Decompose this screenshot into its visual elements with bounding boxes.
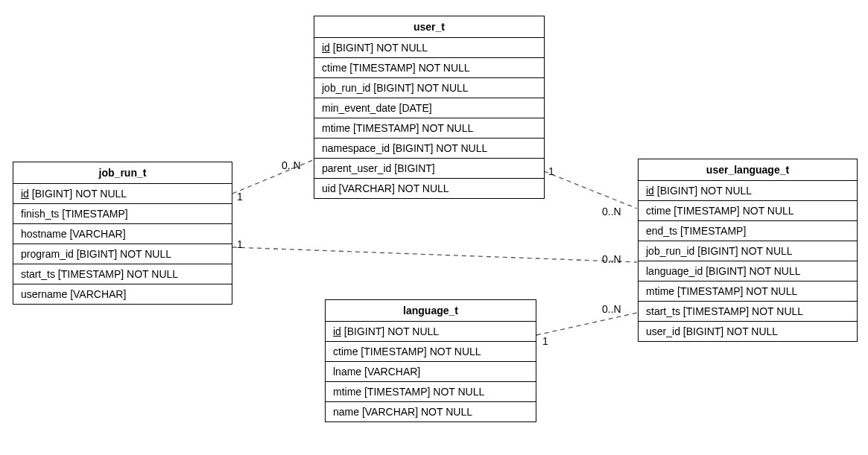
rel-user-userlang — [544, 171, 637, 209]
attr-type: [TIMESTAMP] NOT NULL — [353, 122, 473, 134]
attr-row: mtime [TIMESTAMP] NOT NULL — [314, 118, 544, 139]
entity-title: user_t — [314, 16, 544, 38]
attr-name: program_id — [21, 248, 74, 260]
attr-row: mtime [TIMESTAMP] NOT NULL — [326, 382, 536, 402]
card-jobrun-userlang-n: 0..N — [602, 253, 621, 265]
attr-name: ctime — [322, 62, 346, 74]
attr-row: user_id [BIGINT] NOT NULL — [639, 322, 857, 341]
attr-name: id — [21, 188, 29, 200]
entity-title: language_t — [326, 300, 536, 322]
attr-type: [TIMESTAMP] — [680, 225, 746, 237]
attr-row: ctime [TIMESTAMP] NOT NULL — [639, 201, 857, 221]
card-user-userlang-n: 0..N — [602, 206, 621, 217]
card-jobrun-userlang-1: 1 — [237, 238, 243, 250]
attr-name: parent_user_id — [322, 162, 391, 174]
attr-type: [TIMESTAMP] NOT NULL — [674, 205, 793, 217]
entity-title: job_run_t — [13, 162, 232, 184]
attr-name: namespace_id — [322, 142, 390, 154]
attr-name: id — [646, 185, 654, 197]
attr-row: start_ts [TIMESTAMP] NOT NULL — [639, 302, 857, 322]
attr-row: mtime [TIMESTAMP] NOT NULL — [639, 281, 857, 302]
attr-name: job_run_id — [322, 82, 370, 94]
attr-type: [BIGINT] NOT NULL — [344, 325, 439, 337]
attr-name: min_event_date — [322, 102, 396, 114]
card-jobrun-user-1: 1 — [237, 191, 243, 203]
attr-row: id [BIGINT] NOT NULL — [314, 38, 544, 58]
attr-type: [TIMESTAMP] NOT NULL — [361, 346, 481, 357]
card-user-userlang-1: 1 — [548, 165, 554, 177]
entity-user-language-t: user_language_t id [BIGINT] NOT NULL cti… — [638, 159, 858, 342]
attr-type: [BIGINT] NOT NULL — [683, 325, 778, 337]
attr-row: ctime [TIMESTAMP] NOT NULL — [326, 342, 536, 362]
entity-job-run-t: job_run_t id [BIGINT] NOT NULL finish_ts… — [13, 162, 232, 305]
attr-name: start_ts — [646, 305, 680, 317]
attr-type: [TIMESTAMP] NOT NULL — [683, 305, 803, 317]
attr-name: job_run_id — [646, 245, 694, 257]
attr-row: job_run_id [BIGINT] NOT NULL — [314, 78, 544, 98]
attr-row: start_ts [TIMESTAMP] NOT NULL — [13, 264, 232, 284]
attr-type: [VARCHAR] NOT NULL — [339, 182, 449, 194]
rel-jobrun-userlang — [232, 247, 637, 262]
attr-row: id [BIGINT] NOT NULL — [639, 181, 857, 201]
attr-row: uid [VARCHAR] NOT NULL — [314, 179, 544, 198]
attr-type: [TIMESTAMP] NOT NULL — [677, 285, 797, 297]
attr-type: [BIGINT] NOT NULL — [697, 245, 792, 257]
attr-name: start_ts — [21, 268, 55, 280]
attr-row: language_id [BIGINT] NOT NULL — [639, 261, 857, 281]
attr-name: ctime — [646, 205, 671, 217]
attr-name: finish_ts — [21, 208, 59, 220]
entity-language-t: language_t id [BIGINT] NOT NULL ctime [T… — [325, 299, 536, 422]
attr-type: [TIMESTAMP] NOT NULL — [349, 62, 469, 74]
attr-name: name — [333, 406, 359, 418]
attr-type: [BIGINT] NOT NULL — [706, 265, 800, 277]
attr-name: mtime — [322, 122, 350, 134]
attr-type: [VARCHAR] — [364, 366, 420, 378]
attr-name: mtime — [646, 285, 674, 297]
attr-type: [TIMESTAMP] NOT NULL — [58, 268, 178, 280]
attr-name: mtime — [333, 386, 361, 398]
rel-language-userlang — [536, 313, 637, 335]
attr-name: id — [322, 42, 330, 54]
attr-row: program_id [BIGINT] NOT NULL — [13, 244, 232, 264]
attr-type: [VARCHAR] — [69, 228, 125, 240]
attr-row: name [VARCHAR] NOT NULL — [326, 402, 536, 421]
attr-type: [BIGINT] NOT NULL — [333, 42, 428, 54]
entity-title: user_language_t — [639, 159, 857, 181]
attr-name: username — [21, 288, 67, 300]
attr-type: [DATE] — [399, 102, 432, 114]
attr-type: [VARCHAR] NOT NULL — [362, 406, 472, 418]
attr-type: [BIGINT] — [394, 162, 434, 174]
attr-type: [BIGINT] NOT NULL — [77, 248, 171, 260]
attr-row: id [BIGINT] NOT NULL — [13, 184, 232, 204]
attr-type: [BIGINT] NOT NULL — [373, 82, 468, 94]
attr-name: id — [333, 325, 341, 337]
attr-row: lname [VARCHAR] — [326, 362, 536, 382]
attr-name: lname — [333, 366, 361, 378]
attr-name: uid — [322, 182, 336, 194]
attr-type: [VARCHAR] — [70, 288, 126, 300]
attr-type: [BIGINT] NOT NULL — [657, 185, 752, 197]
attr-row: ctime [TIMESTAMP] NOT NULL — [314, 58, 544, 78]
attr-name: hostname — [21, 228, 66, 240]
rel-jobrun-user — [232, 160, 313, 194]
entity-user-t: user_t id [BIGINT] NOT NULL ctime [TIMES… — [314, 16, 545, 199]
attr-row: hostname [VARCHAR] — [13, 224, 232, 244]
attr-type: [BIGINT] NOT NULL — [32, 188, 127, 200]
attr-row: end_ts [TIMESTAMP] — [639, 221, 857, 241]
attr-row: username [VARCHAR] — [13, 284, 232, 304]
attr-row: min_event_date [DATE] — [314, 98, 544, 118]
attr-type: [TIMESTAMP] — [62, 208, 127, 220]
attr-name: ctime — [333, 346, 358, 357]
attr-row: finish_ts [TIMESTAMP] — [13, 204, 232, 224]
attr-name: user_id — [646, 325, 680, 337]
attr-row: id [BIGINT] NOT NULL — [326, 322, 536, 342]
attr-row: job_run_id [BIGINT] NOT NULL — [639, 241, 857, 261]
card-language-userlang-n: 0..N — [602, 303, 621, 315]
attr-row: parent_user_id [BIGINT] — [314, 159, 544, 179]
card-jobrun-user-n: 0..N — [282, 159, 301, 171]
card-language-userlang-1: 1 — [542, 335, 548, 347]
er-diagram-canvas: 1 0..N 1 0..N 1 0..N 1 0..N job_run_t id… — [0, 0, 868, 455]
attr-type: [BIGINT] NOT NULL — [393, 142, 487, 154]
attr-name: language_id — [646, 265, 703, 277]
attr-row: namespace_id [BIGINT] NOT NULL — [314, 139, 544, 159]
